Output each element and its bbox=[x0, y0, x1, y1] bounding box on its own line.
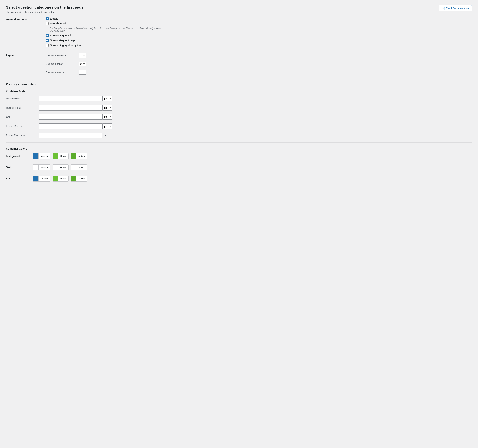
background-color-row: Background Normal Hover Active bbox=[6, 153, 472, 159]
text-color-row: Text Normal Hover Active bbox=[6, 164, 472, 170]
tablet-columns-select[interactable]: 1 2 3 4 bbox=[79, 62, 86, 66]
container-style-label: Container Style bbox=[6, 90, 472, 93]
use-shortcode-checkbox[interactable] bbox=[46, 22, 49, 25]
document-icon: 📄 bbox=[442, 7, 445, 10]
background-hover-label: Hover bbox=[58, 153, 69, 159]
text-active-button[interactable]: Active bbox=[71, 164, 87, 170]
enable-label: Enable bbox=[50, 17, 58, 20]
border-radius-field: 2 px % em bbox=[39, 123, 112, 129]
text-active-swatch bbox=[71, 164, 76, 170]
show-category-title-label: Show category title bbox=[50, 34, 72, 37]
desktop-columns-label: Column in desktop bbox=[46, 54, 75, 57]
tablet-columns-label: Column in tablet bbox=[46, 62, 75, 65]
gap-unit-select[interactable]: px % em bbox=[102, 114, 112, 120]
image-width-label: Image Width bbox=[6, 97, 36, 100]
image-width-unit-select[interactable]: px % em bbox=[102, 96, 112, 101]
image-width-input[interactable]: 350 bbox=[39, 96, 102, 101]
border-thickness-input[interactable]: 1 bbox=[39, 133, 102, 138]
gap-field: 10 px % em bbox=[39, 114, 112, 120]
border-color-label: Border bbox=[6, 177, 28, 180]
show-category-image-label: Show category image bbox=[50, 39, 75, 42]
border-color-states: Normal Hover Active bbox=[33, 176, 87, 181]
border-thickness-unit: px bbox=[104, 134, 106, 137]
use-shortcode-label: Use Shortcode bbox=[50, 22, 68, 25]
mobile-columns-label: Column in mobile bbox=[46, 71, 75, 74]
border-active-swatch bbox=[71, 176, 76, 181]
general-settings-label: General Settings bbox=[6, 17, 40, 49]
text-normal-label: Normal bbox=[38, 165, 50, 170]
image-height-unit-select[interactable]: px % em bbox=[102, 105, 112, 111]
background-hover-swatch bbox=[53, 153, 58, 159]
category-column-style-title: Cateory column style bbox=[6, 83, 472, 86]
border-hover-swatch bbox=[53, 176, 58, 181]
image-height-field: 250 px % em bbox=[39, 105, 112, 111]
border-radius-input[interactable]: 2 bbox=[39, 123, 102, 129]
background-active-button[interactable]: Active bbox=[71, 153, 87, 159]
desktop-columns-select[interactable]: 1 2 3 4 5 6 bbox=[79, 53, 86, 58]
shortcode-hint: Enabling the shortcode option automatica… bbox=[50, 27, 166, 32]
show-category-description-checkbox[interactable] bbox=[46, 44, 49, 47]
text-color-label: Text bbox=[6, 166, 28, 169]
layout-label: Layout bbox=[6, 53, 40, 78]
image-height-label: Image Height bbox=[6, 106, 36, 109]
container-colors-label: Container Colors bbox=[6, 147, 472, 150]
image-height-input[interactable]: 250 bbox=[39, 105, 102, 111]
text-hover-button[interactable]: Hover bbox=[53, 164, 69, 170]
background-active-label: Active bbox=[76, 153, 87, 159]
border-normal-label: Normal bbox=[38, 176, 50, 181]
border-thickness-field: 1 px bbox=[39, 133, 106, 138]
border-active-label: Active bbox=[76, 176, 87, 181]
text-normal-button[interactable]: Normal bbox=[33, 164, 50, 170]
background-normal-label: Normal bbox=[38, 153, 50, 159]
enable-checkbox[interactable] bbox=[46, 17, 49, 20]
gap-input[interactable]: 10 bbox=[39, 114, 102, 120]
background-active-swatch bbox=[71, 153, 76, 159]
border-radius-label: Border Radius bbox=[6, 125, 36, 128]
border-hover-button[interactable]: Hover bbox=[53, 176, 69, 181]
border-thickness-label: Border Thickness bbox=[6, 134, 36, 137]
show-category-image-checkbox[interactable] bbox=[46, 39, 49, 42]
mobile-columns-select[interactable]: 1 2 3 bbox=[79, 70, 86, 75]
background-color-label: Background bbox=[6, 155, 28, 158]
background-hover-button[interactable]: Hover bbox=[53, 153, 69, 159]
read-documentation-button[interactable]: 📄 Read Documentation bbox=[439, 5, 472, 11]
text-color-states: Normal Hover Active bbox=[33, 164, 87, 170]
border-normal-button[interactable]: Normal bbox=[33, 176, 50, 181]
image-width-field: 350 px % em bbox=[39, 96, 112, 101]
page-title: Select question categories on the first … bbox=[6, 5, 85, 10]
text-hover-label: Hover bbox=[58, 165, 69, 170]
border-hover-label: Hover bbox=[58, 176, 69, 181]
text-active-label: Active bbox=[76, 165, 87, 170]
show-category-description-label: Show category description bbox=[50, 44, 81, 47]
background-color-states: Normal Hover Active bbox=[33, 153, 87, 159]
show-category-title-checkbox[interactable] bbox=[46, 34, 49, 37]
text-hover-swatch bbox=[53, 164, 58, 170]
background-normal-swatch bbox=[33, 153, 38, 159]
text-normal-swatch bbox=[33, 164, 38, 170]
gap-label: Gap bbox=[6, 116, 36, 118]
border-radius-unit-select[interactable]: px % em bbox=[102, 123, 112, 129]
background-normal-button[interactable]: Normal bbox=[33, 153, 50, 159]
border-normal-swatch bbox=[33, 176, 38, 181]
border-active-button[interactable]: Active bbox=[71, 176, 87, 181]
border-color-row: Border Normal Hover Active bbox=[6, 176, 472, 181]
page-subtitle: This option will only work with auto pag… bbox=[6, 11, 85, 13]
